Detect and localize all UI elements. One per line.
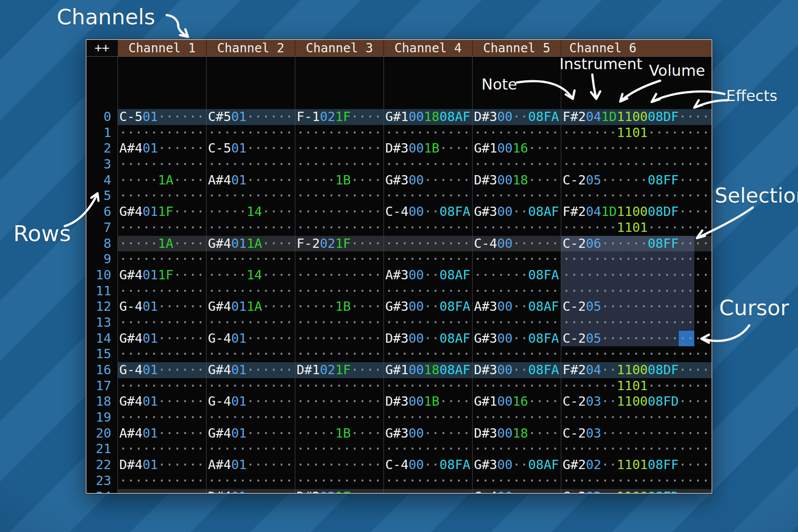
pattern-cell-ch5[interactable]: ··········· xyxy=(472,125,561,141)
pattern-cell-ch1[interactable]: A#401······ xyxy=(117,426,206,442)
pattern-cell-ch5[interactable]: ··········· xyxy=(472,188,561,204)
pattern-cell-ch5[interactable]: ··········· xyxy=(472,410,561,426)
pattern-cell-ch2[interactable]: A#401······ xyxy=(206,457,295,473)
pattern-cell-ch5[interactable]: G#10016···· xyxy=(472,394,561,410)
pattern-cell-ch4[interactable]: ··········· xyxy=(383,251,472,267)
pattern-cell-ch4[interactable]: G#300······ xyxy=(383,426,472,442)
pattern-cell-ch4[interactable]: ··········· xyxy=(383,220,472,236)
pattern-cell-ch5[interactable]: D#300··08FA xyxy=(472,109,561,125)
pattern-cell-ch1[interactable]: ··········· xyxy=(117,188,206,204)
channel-header-5[interactable]: Channel 5 xyxy=(472,40,561,56)
pattern-cell-ch2[interactable]: ··········· xyxy=(206,125,295,141)
pattern-cell-ch6[interactable]: G#202··110108FF···· xyxy=(561,457,712,473)
pattern-cell-ch1[interactable]: ··········· xyxy=(117,378,206,394)
pattern-cell-ch4[interactable]: ··········· xyxy=(383,156,472,172)
pattern-cell-ch1[interactable]: ··········· xyxy=(117,473,206,489)
pattern-cell-ch2[interactable]: G#401······ xyxy=(206,362,295,378)
pattern-cell-ch5[interactable]: D#30018···· xyxy=(472,172,561,188)
pattern-cell-ch1[interactable]: G-401······ xyxy=(117,299,206,315)
pattern-cell-ch5[interactable]: D#300··08FA xyxy=(472,362,561,378)
pattern-cell-ch5[interactable]: ··········· xyxy=(472,251,561,267)
pattern-cell-ch5[interactable]: G#10016···· xyxy=(472,141,561,156)
pattern-cell-ch2[interactable]: G-401······ xyxy=(206,394,295,410)
pattern-cell-ch1[interactable]: A#401······ xyxy=(117,141,206,156)
pattern-cell-ch3[interactable]: ··········· xyxy=(295,410,383,426)
pattern-cell-ch2[interactable]: ··········· xyxy=(206,315,295,331)
pattern-cell-ch1[interactable]: ··········· xyxy=(117,283,206,299)
pattern-cell-ch6[interactable]: ·······1101········ xyxy=(561,378,712,394)
channel-header-1[interactable]: Channel 1 xyxy=(117,40,206,56)
pattern-cell-ch5[interactable]: D#30018···· xyxy=(472,426,561,442)
pattern-cell-ch2[interactable]: ·····14···· xyxy=(206,267,295,283)
pattern-cell-ch4[interactable]: ··········· xyxy=(383,378,472,394)
pattern-cell-ch6[interactable]: C-206······08FF···· xyxy=(561,236,712,252)
pattern-cell-ch6[interactable]: ··················· xyxy=(561,441,712,457)
pattern-cell-ch6[interactable]: ··················· xyxy=(561,410,712,426)
channel-header-4[interactable]: Channel 4 xyxy=(383,40,472,56)
pattern-cell-ch6[interactable]: F#2041D110008DF···· xyxy=(561,109,712,125)
pattern-cell-ch6[interactable]: ··················· xyxy=(561,156,712,172)
pattern-cell-ch1[interactable]: G#4011F···· xyxy=(117,204,206,220)
pattern-cell-ch3[interactable]: D#1021F···· xyxy=(295,362,383,378)
pattern-cell-ch3[interactable]: ··········· xyxy=(295,251,383,267)
pattern-cell-ch1[interactable]: ··········· xyxy=(117,441,206,457)
pattern-cell-ch6[interactable]: F#204··110008DF···· xyxy=(561,362,712,378)
pattern-cell-ch4[interactable]: ··········· xyxy=(383,283,472,299)
pattern-cell-ch4[interactable]: G#300······ xyxy=(383,172,472,188)
pattern-cell-ch5[interactable]: C-400······ xyxy=(472,236,561,252)
pattern-cell-ch2[interactable]: ··········· xyxy=(206,220,295,236)
pattern-cell-ch6[interactable]: C-205·············· xyxy=(561,299,712,315)
pattern-cell-ch1[interactable]: ··········· xyxy=(117,410,206,426)
pattern-cell-ch2[interactable]: ··········· xyxy=(206,283,295,299)
pattern-cell-ch3[interactable]: ·····1B···· xyxy=(295,172,383,188)
channel-header-3[interactable]: Channel 3 xyxy=(295,40,383,56)
pattern-cell-ch3[interactable]: ··········· xyxy=(295,346,383,362)
pattern-cell-ch4[interactable]: ··········· xyxy=(383,125,472,141)
pattern-cell-ch3[interactable]: F-1021F···· xyxy=(295,109,383,125)
pattern-cell-ch6[interactable]: C-302··110008FD···· xyxy=(561,489,712,493)
pattern-cell-ch2[interactable]: ··········· xyxy=(206,410,295,426)
pattern-cell-ch3[interactable]: ··········· xyxy=(295,283,383,299)
pattern-cell-ch6[interactable]: ··················· xyxy=(561,188,712,204)
pattern-cell-ch6[interactable]: ··················· xyxy=(561,283,712,299)
pattern-cell-ch4[interactable]: A#300··08AF xyxy=(383,267,472,283)
pattern-cell-ch5[interactable]: ··········· xyxy=(472,346,561,362)
pattern-cell-ch3[interactable]: ··········· xyxy=(295,315,383,331)
pattern-cell-ch5[interactable]: ·······08FA xyxy=(472,267,561,283)
pattern-cell-ch3[interactable]: ··········· xyxy=(295,473,383,489)
pattern-cell-ch1[interactable]: C-501······ xyxy=(117,109,206,125)
pattern-cell-ch5[interactable]: ··········· xyxy=(472,441,561,457)
pattern-cell-ch2[interactable]: ··········· xyxy=(206,473,295,489)
pattern-cell-ch2[interactable]: G#401······ xyxy=(206,426,295,442)
pattern-cell-ch3[interactable]: ··········· xyxy=(295,331,383,347)
pattern-cell-ch4[interactable]: ··········· xyxy=(383,489,472,493)
pattern-cell-ch1[interactable]: ··········· xyxy=(117,156,206,172)
pattern-cell-ch1[interactable]: ··········· xyxy=(117,346,206,362)
pattern-cell-ch4[interactable]: ··········· xyxy=(383,236,472,252)
pattern-cell-ch3[interactable]: ··········· xyxy=(295,188,383,204)
pattern-cell-ch3[interactable]: D#2021F···· xyxy=(295,489,383,493)
pattern-cell-ch2[interactable]: C-501······ xyxy=(206,141,295,156)
pattern-cell-ch4[interactable]: ··········· xyxy=(383,188,472,204)
pattern-cell-ch1[interactable]: G#401······ xyxy=(117,331,206,347)
pattern-cell-ch1[interactable]: ··········· xyxy=(117,315,206,331)
pattern-cell-ch2[interactable]: ··········· xyxy=(206,188,295,204)
pattern-cell-ch3[interactable]: ··········· xyxy=(295,156,383,172)
pattern-cell-ch6[interactable]: F#2041D110008DF···· xyxy=(561,204,712,220)
pattern-cell-ch3[interactable]: ··········· xyxy=(295,457,383,473)
pattern-cell-ch4[interactable]: C-400··08FA xyxy=(383,204,472,220)
pattern-cell-ch4[interactable]: G#1001808AF xyxy=(383,362,472,378)
pattern-cell-ch4[interactable]: ··········· xyxy=(383,473,472,489)
pattern-cell-ch1[interactable]: ··········· xyxy=(117,125,206,141)
pattern-cell-ch4[interactable]: D#3001B···· xyxy=(383,394,472,410)
pattern-cell-ch5[interactable]: G#300··08AF xyxy=(472,457,561,473)
pattern-cell-ch5[interactable]: ··········· xyxy=(472,283,561,299)
pattern-cell-ch2[interactable]: ··········· xyxy=(206,441,295,457)
pattern-cell-ch5[interactable]: G#300··08AF xyxy=(472,204,561,220)
pattern-cell-ch6[interactable]: ··················· xyxy=(561,315,712,331)
pattern-cell-ch2[interactable]: D#401······ xyxy=(206,489,295,493)
pattern-cell-ch5[interactable]: C-400······ xyxy=(472,489,561,493)
pattern-cell-ch4[interactable]: G#1001808AF xyxy=(383,109,472,125)
pattern-cell-ch4[interactable]: ··········· xyxy=(383,441,472,457)
pattern-cell-ch3[interactable]: F-2021F···· xyxy=(295,236,383,252)
